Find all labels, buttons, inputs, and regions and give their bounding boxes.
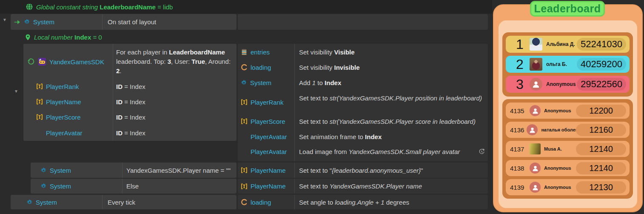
condition-text: ID = Index [116,98,145,106]
leaderboard-row-3: 3 Anonymous 29522560 [506,76,630,93]
leaderboard-title: Leaderboard [530,1,605,17]
score-pill: 52241030 [577,38,626,51]
cell-divider [294,163,295,178]
gear-icon [24,19,30,25]
score-pill: 12140 [576,162,626,174]
action-loading-invisible[interactable]: loading [241,63,271,72]
rank-number: 4135 [510,107,527,114]
anonymous-avatar [530,78,542,91]
person-icon [532,80,540,88]
anonymous-avatar [530,182,541,193]
action-text: Set visibility Visible [299,49,355,56]
action-text: Load image from YandexGamesSDK.Small pla… [299,148,460,155]
loading-arc-icon [241,199,248,205]
gear-icon [40,167,47,174]
action-text: Set text to str(YandexGamesSDK.Player po… [299,94,486,103]
loop-icon [27,58,35,66]
collapse-triangle[interactable]: ▼ [3,18,7,22]
player-name: Anonymous [546,81,577,87]
anonymous-avatar [527,124,538,135]
person-icon [529,126,536,134]
rank-number: 4136 [510,126,524,134]
rank-number: 4137 [510,146,527,153]
event-foreach-conditions[interactable]: YandexGamesSDK For each player in Leader… [23,44,237,141]
loading-arc-icon [241,64,248,71]
player-name: Альбина Д. [546,41,577,47]
global-variable-text: Global constant string LeaderboardName =… [36,3,173,11]
event-on-start-actions-empty[interactable] [238,14,488,30]
avatar [530,38,542,51]
event-everytick-conditions[interactable]: System Every tick [11,195,237,209]
gear-icon [241,80,247,86]
leaderboard-preview: Leaderboard 1 Альбина Д. 52241030 2 ольг… [492,0,644,214]
score-pill: 12200 [576,105,626,117]
score-pill: 12130 [576,181,626,194]
action-text: Set visibility Invisible [299,64,360,71]
global-variable-row[interactable]: Global constant string LeaderboardName =… [0,0,492,14]
action-text: Add 1 to Index [299,79,341,86]
event-on-start-conditions[interactable]: System On start of layout [11,14,237,30]
top3-container: 1 Альбина Д. 52241030 2 ольга Б. 4025920… [502,32,633,97]
text-object-icon [241,183,248,190]
subevent-anonymous-conditions[interactable]: System YandexGamesSDK.Player name = "" [31,163,237,178]
action-text: Set text to YandexGamesSDK.Player name [299,183,422,190]
cell-divider [294,44,295,161]
action-score-settext[interactable]: PlayerScore [241,117,285,126]
gear-icon [40,183,47,189]
rank-number: 2 [513,57,527,72]
globe-icon [26,3,33,11]
arrow-icon [14,19,21,26]
score-pill: 12140 [576,143,626,155]
text-object-icon [241,118,248,125]
condition-text: YandexGamesSDK.Player name = "" [126,167,231,174]
action-text: Set text to str(YandexGamesSDK.Player sc… [299,118,476,125]
pin-icon [25,34,31,41]
action-name-anon[interactable]: PlayerName [241,163,286,178]
condition-text: For each player in LeaderboardName leade… [116,48,232,76]
text-object-icon [241,167,248,174]
condition-text: ID = Index [116,114,145,121]
text-object-icon [241,99,248,106]
action-rank-settext[interactable]: PlayerRank [241,97,284,107]
action-name-real[interactable]: PlayerName [241,179,286,194]
condition-text: ID = Index [116,129,145,137]
rank-number: 4138 [510,165,527,172]
cell-divider [122,179,123,194]
subevent-else-actions[interactable]: PlayerName Set text to YandexGamesSDK.Pl… [238,179,488,194]
action-entries-visible[interactable]: entries [241,47,270,57]
async-clock-icon [478,148,485,155]
leaderboard-row-4136: 4136 наталья оболенская 12160 [506,122,630,138]
avatar [530,58,542,71]
gamepad-icon [38,57,46,66]
condition-text: Every tick [108,199,135,206]
event-foreach-actions[interactable]: entries Set visibility Visible loading S… [238,44,488,161]
player-name: Musa A. [544,146,576,151]
subevent-else-conditions[interactable]: System Else [31,179,237,194]
local-variable-text: Local number Index = 0 [34,34,102,41]
action-loading-angle[interactable]: loading [241,195,271,209]
person-icon [532,165,539,172]
cell-divider [122,163,123,178]
anonymous-avatar [530,163,541,174]
rank-number: 3 [513,77,527,92]
object-name: System [33,18,54,26]
condition-pick-playeravatar[interactable]: PlayerAvatar [46,128,83,137]
condition-pick-playerscore[interactable]: PlayerScore [36,112,81,122]
local-variable-row[interactable]: Local number Index = 0 [25,31,102,43]
cell-divider [102,14,103,30]
rank-number: 4139 [510,184,527,191]
entries-icon [241,49,248,55]
condition-pick-playername[interactable]: PlayerName [36,97,81,106]
action-add-index[interactable]: System [241,78,271,87]
cell-divider [294,195,295,209]
event-everytick-actions[interactable]: loading Set angle to loading.Angle + 1 d… [238,195,488,209]
action-text: Set text to "{leaderboard.anonymous_user… [299,167,423,174]
condition-pick-playerrank[interactable]: PlayerRank [36,82,79,91]
action-avatar-frame[interactable]: PlayerAvatar [251,132,287,141]
action-avatar-load[interactable]: PlayerAvatar [251,147,287,156]
anonymous-avatar [530,105,541,116]
collapse-triangle[interactable]: ▼ [14,89,18,94]
subevent-anonymous-actions[interactable]: PlayerName Set text to "{leaderboard.ano… [238,163,488,178]
leaderboard-row-4139: 4139 Anonymous 12130 [506,179,630,195]
condition-text: On start of layout [108,18,156,26]
